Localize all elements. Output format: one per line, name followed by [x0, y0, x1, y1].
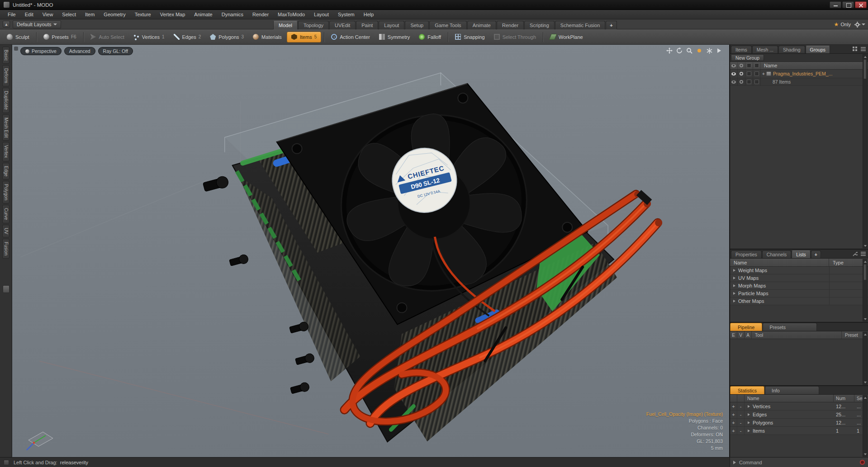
tab-pipeline[interactable]: Pipeline [730, 323, 762, 331]
menu-item[interactable]: Item [81, 11, 99, 18]
tab-statistics[interactable]: Statistics [730, 386, 764, 394]
symmetry-button[interactable]: Symmetry [375, 32, 414, 42]
rail-tab-vertex[interactable]: Vertex [2, 142, 9, 161]
add-to-selection-button[interactable]: + [730, 402, 737, 410]
scroll-down-icon[interactable] [863, 452, 867, 456]
menu-item[interactable]: File [4, 11, 20, 18]
expand-arrow-icon[interactable] [733, 269, 735, 272]
statistics-scrollbar[interactable] [863, 395, 868, 457]
settings-menu-button[interactable] [854, 22, 865, 28]
command-bar[interactable]: Command [730, 458, 868, 467]
layout-tab-model[interactable]: Model [273, 21, 298, 29]
scroll-up-icon[interactable] [863, 55, 867, 59]
select-through-button[interactable]: Select Through [490, 32, 540, 42]
layout-tab-layout[interactable]: Layout [379, 21, 404, 29]
panel-menu-icon[interactable] [860, 46, 866, 52]
layout-tab-render[interactable]: Render [497, 21, 524, 29]
add-layout-tab-button[interactable]: + [606, 21, 617, 29]
add-to-selection-button[interactable]: + [730, 410, 737, 418]
new-group-button[interactable]: New Group [731, 54, 764, 61]
rail-tab-deform[interactable]: Deform [2, 65, 9, 86]
workplane-button[interactable]: WorkPlane [546, 32, 587, 42]
layout-tab-topology[interactable]: Topology [298, 21, 329, 29]
light-icon[interactable] [696, 47, 703, 54]
rail-tab-basic[interactable]: Basic [2, 47, 9, 64]
tab-mesh-ops[interactable]: Mesh ... [752, 46, 778, 53]
group-item-label[interactable]: Pragma_Industries_PEM_... [773, 71, 832, 76]
viewport-canvas[interactable]: CHIEFTEC D90 SL-12 DC 12V 0.14A [12, 45, 729, 457]
groups-scrollbar[interactable] [863, 54, 868, 248]
tab-lists[interactable]: Lists [792, 250, 811, 258]
items-mode-button[interactable]: Items5 [287, 32, 321, 42]
scroll-up-icon[interactable] [863, 396, 867, 400]
tab-groups[interactable]: Groups [806, 46, 830, 53]
maximize-button[interactable] [842, 1, 854, 8]
expand-arrow-icon[interactable] [733, 292, 735, 295]
rail-tab-uv[interactable]: UV [2, 225, 9, 237]
layout-up-icon[interactable]: ▲ [3, 21, 10, 28]
menu-item[interactable]: MaxToModo [274, 11, 309, 18]
expand-group-button[interactable]: + [761, 71, 766, 76]
scrollbar-thumb[interactable] [863, 264, 867, 280]
expand-viewport-icon[interactable] [716, 47, 723, 54]
menu-item[interactable]: Select [58, 11, 80, 18]
layout-tab-schematic-fusion[interactable]: Schematic Fusion [555, 21, 605, 29]
panel-menu-icon[interactable] [860, 251, 866, 257]
menu-item[interactable]: Animate [190, 11, 216, 18]
zoom-icon[interactable] [686, 47, 693, 54]
edges-mode-button[interactable]: Edges2 [170, 32, 205, 42]
layout-tab-scripting[interactable]: Scripting [524, 21, 555, 29]
only-toggle[interactable]: ★ Only [834, 21, 851, 28]
status-icon[interactable] [4, 460, 9, 465]
minimize-button[interactable] [830, 1, 841, 8]
eye-icon[interactable] [730, 70, 738, 78]
list-item[interactable]: Weight Maps [730, 267, 868, 274]
eye-icon[interactable] [730, 78, 738, 85]
checkbox[interactable] [745, 78, 753, 85]
checkbox[interactable] [745, 70, 753, 78]
tab-items[interactable]: Items [731, 46, 752, 53]
raygl-button[interactable]: Ray GL: Off [98, 47, 133, 55]
rail-tab-edge[interactable]: Edge [2, 163, 9, 179]
tab-info[interactable]: Info [765, 386, 819, 394]
scroll-down-icon[interactable] [863, 244, 867, 248]
rail-tab-fusion[interactable]: Fusion [2, 239, 9, 259]
checkbox[interactable] [753, 70, 761, 78]
remove-from-selection-button[interactable]: - [737, 410, 745, 418]
list-item[interactable]: UV Maps [730, 274, 868, 282]
list-item[interactable]: Morph Maps [730, 282, 868, 290]
menu-item[interactable]: Help [360, 11, 378, 18]
scroll-up-icon[interactable] [863, 332, 867, 336]
menu-item[interactable]: Render [248, 11, 273, 18]
falloff-button[interactable]: Falloff [415, 32, 445, 42]
remove-from-selection-button[interactable]: - [737, 427, 745, 434]
rail-tab-mesh-edit[interactable]: Mesh Edit [2, 114, 9, 141]
scroll-down-icon[interactable] [863, 317, 867, 321]
shading-mode-button[interactable]: Advanced [64, 47, 95, 55]
tab-channels[interactable]: Channels [762, 250, 791, 258]
menu-item[interactable]: Vertex Map [156, 11, 190, 18]
pan-icon[interactable] [666, 47, 673, 54]
viewport-corner-grip[interactable] [14, 47, 18, 51]
presets-button[interactable]: PresetsF6 [39, 32, 81, 42]
rail-tab-curve[interactable]: Curve [2, 205, 9, 223]
menu-item[interactable]: Layout [310, 11, 333, 18]
rail-tab-duplicate[interactable]: Duplicate [2, 88, 9, 113]
panel-grid-icon[interactable] [852, 46, 858, 52]
render-toggle-icon[interactable] [738, 70, 745, 78]
action-center-button[interactable]: Action Center [327, 32, 374, 42]
menu-item[interactable]: View [38, 11, 57, 18]
record-macro-icon[interactable] [860, 460, 865, 465]
menu-item[interactable]: Geometry [100, 11, 129, 18]
render-toggle-icon[interactable] [738, 78, 745, 85]
scroll-up-icon[interactable] [863, 259, 867, 264]
layout-tab-paint[interactable]: Paint [356, 21, 378, 29]
wrench-icon[interactable] [852, 251, 858, 257]
add-to-selection-button[interactable]: + [730, 419, 737, 426]
tab-shading[interactable]: Shading [778, 46, 805, 53]
layout-tab-setup[interactable]: Setup [405, 21, 429, 29]
auto-select-button[interactable]: Auto Select [86, 32, 128, 42]
list-item[interactable]: Particle Maps [730, 290, 868, 297]
close-button[interactable] [855, 1, 867, 8]
remove-from-selection-button[interactable]: - [737, 419, 745, 426]
